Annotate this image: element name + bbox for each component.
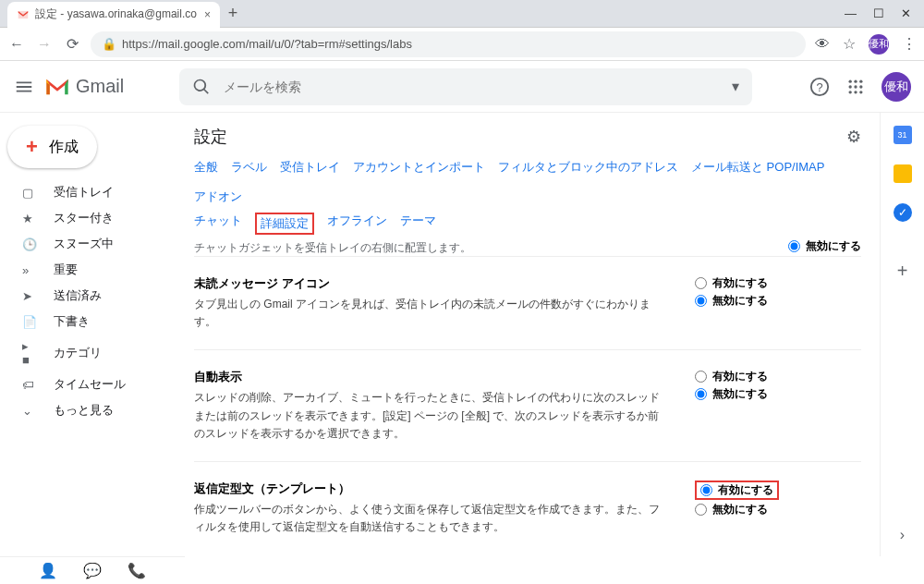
setting-title: 自動表示 <box>194 369 667 385</box>
draft-icon: 📄 <box>22 315 39 329</box>
radio-enable[interactable] <box>695 371 707 383</box>
window-minimize-icon[interactable]: — <box>845 6 857 20</box>
label-icon: 🏷 <box>22 378 39 392</box>
svg-point-9 <box>854 91 857 93</box>
window-close-icon[interactable]: ✕ <box>901 6 911 20</box>
forward-icon[interactable]: → <box>35 36 54 53</box>
sidebar-item-sent[interactable]: ➤送信済み <box>0 283 185 309</box>
chevron-down-icon: ⌄ <box>22 404 39 418</box>
gmail-logo-text: Gmail <box>76 76 124 97</box>
sidebar-item-more[interactable]: ⌄もっと見る <box>0 397 185 423</box>
setting-auto-advance: 自動表示 スレッドの削除、アーカイブ、ミュートを行ったときに、受信トレイの代わり… <box>194 349 861 461</box>
tab-addons[interactable]: アドオン <box>194 189 242 205</box>
browser-tab-bar: 設定 - yasawa.orinaka@gmail.co × + — ☐ ✕ <box>0 0 924 28</box>
svg-point-5 <box>849 85 852 88</box>
tab-inbox[interactable]: 受信トレイ <box>280 159 340 176</box>
tab-general[interactable]: 全般 <box>194 159 218 176</box>
clock-icon: 🕒 <box>22 237 39 251</box>
tab-filters[interactable]: フィルタとブロック中のアドレス <box>498 159 678 176</box>
menu-icon[interactable] <box>13 77 35 97</box>
sidebar-item-timesale[interactable]: 🏷タイムセール <box>0 371 185 397</box>
svg-text:?: ? <box>816 79 822 93</box>
search-box[interactable]: ▾ <box>179 68 752 105</box>
gmail-favicon <box>17 8 30 21</box>
svg-point-10 <box>859 91 862 93</box>
radio-disable[interactable] <box>695 295 707 307</box>
button-row: 変更を保存 キャンセル <box>194 554 861 556</box>
setting-desc: タブ見出しの Gmail アイコンを見れば、受信トレイ内の未読メールの件数がすぐ… <box>194 296 667 331</box>
url-input[interactable]: 🔒 https://mail.google.com/mail/u/0/?tab=… <box>91 31 806 57</box>
svg-point-6 <box>854 85 857 88</box>
search-input[interactable] <box>224 79 719 94</box>
browser-tab[interactable]: 設定 - yasawa.orinaka@gmail.co × <box>7 2 220 28</box>
inbox-icon: ▢ <box>22 186 39 200</box>
account-avatar[interactable]: 優和 <box>881 72 911 102</box>
tab-forwarding[interactable]: メール転送と POP/IMAP <box>691 159 824 176</box>
reload-icon[interactable]: ⟳ <box>63 35 81 53</box>
back-icon[interactable]: ← <box>7 36 26 53</box>
sidebar-item-inbox[interactable]: ▢受信トレイ <box>0 179 185 205</box>
new-tab-button[interactable]: + <box>220 1 246 27</box>
sidebar-item-drafts[interactable]: 📄下書き <box>0 309 185 335</box>
sidebar: + 作成 ▢受信トレイ ★スター付き 🕒スヌーズ中 »重要 ➤送信済み 📄下書き… <box>0 113 185 556</box>
eye-icon[interactable]: 👁 <box>815 36 830 53</box>
profile-avatar-small[interactable]: 優和 <box>869 34 889 55</box>
sidebar-item-starred[interactable]: ★スター付き <box>0 205 185 231</box>
setting-desc: 作成ツールバーのボタンから、よく使う文面を保存して返信定型文を作成できます。また… <box>194 501 667 536</box>
search-icon <box>192 78 211 96</box>
url-text: https://mail.google.com/mail/u/0/?tab=rm… <box>122 37 412 51</box>
setting-title: 返信定型文（テンプレート） <box>194 481 667 497</box>
tasks-icon[interactable]: ✓ <box>894 203 912 222</box>
star-icon[interactable]: ☆ <box>843 35 856 53</box>
settings-tabs-row2: チャット 詳細設定 オフライン テーマ <box>194 209 861 238</box>
plus-icon: + <box>26 135 38 159</box>
radio-enable[interactable] <box>695 277 707 289</box>
svg-point-3 <box>854 79 857 82</box>
help-icon[interactable]: ? <box>809 77 830 97</box>
keep-icon[interactable] <box>894 164 912 183</box>
important-icon: » <box>22 263 39 277</box>
compose-button[interactable]: + 作成 <box>7 126 97 168</box>
radio-disable-top[interactable] <box>788 240 800 252</box>
svg-point-4 <box>859 79 862 82</box>
sidebar-item-important[interactable]: »重要 <box>0 257 185 283</box>
browser-menu-icon[interactable]: ⋮ <box>902 35 917 53</box>
setting-canned-responses: 返信定型文（テンプレート） 作成ツールバーのボタンから、よく使う文面を保存して返… <box>194 461 861 554</box>
window-maximize-icon[interactable]: ☐ <box>873 6 884 20</box>
tab-close-icon[interactable]: × <box>204 8 211 21</box>
right-rail: 31 ✓ + › <box>880 113 924 556</box>
rail-collapse-icon[interactable]: › <box>900 527 905 543</box>
svg-point-2 <box>849 79 852 82</box>
radio-disable[interactable] <box>695 388 707 400</box>
search-dropdown-icon[interactable]: ▾ <box>732 78 739 95</box>
svg-point-8 <box>849 91 852 93</box>
radio-disable[interactable] <box>695 504 707 516</box>
star-icon: ★ <box>22 212 39 225</box>
tab-themes[interactable]: テーマ <box>400 213 436 235</box>
gmail-logo-icon <box>44 77 70 97</box>
radio-enable[interactable] <box>700 484 712 496</box>
tab-offline[interactable]: オフライン <box>327 213 387 235</box>
setting-unread-icon: 未読メッセージ アイコン タブ見出しの Gmail アイコンを見れば、受信トレイ… <box>194 256 861 349</box>
setting-title: 未読メッセージ アイコン <box>194 275 667 292</box>
tab-advanced[interactable]: 詳細設定 <box>255 213 314 235</box>
sidebar-item-categories[interactable]: ▸ ■カテゴリ <box>0 335 185 371</box>
tab-chat[interactable]: チャット <box>194 213 242 235</box>
lock-icon: 🔒 <box>102 37 116 51</box>
settings-title: 設定 <box>194 126 227 148</box>
category-icon: ▸ ■ <box>22 339 39 367</box>
settings-content: 設定 ⚙ 全般 ラベル 受信トレイ アカウントとインポート フィルタとブロック中… <box>185 113 880 556</box>
address-bar: ← → ⟳ 🔒 https://mail.google.com/mail/u/0… <box>0 28 924 61</box>
tab-accounts[interactable]: アカウントとインポート <box>353 159 485 176</box>
gmail-header: Gmail ▾ ? 優和 <box>0 61 924 113</box>
addons-plus-icon[interactable]: + <box>897 261 908 282</box>
apps-icon[interactable] <box>846 78 865 96</box>
tab-title: 設定 - yasawa.orinaka@gmail.co <box>35 6 199 22</box>
sidebar-item-snoozed[interactable]: 🕒スヌーズ中 <box>0 231 185 257</box>
tab-labels[interactable]: ラベル <box>231 159 267 176</box>
calendar-icon[interactable]: 31 <box>894 126 912 144</box>
setting-desc: スレッドの削除、アーカイブ、ミュートを行ったときに、受信トレイの代わりに次のスレ… <box>194 389 667 443</box>
gmail-logo[interactable]: Gmail <box>44 76 124 97</box>
gear-icon[interactable]: ⚙ <box>846 127 861 147</box>
compose-label: 作成 <box>49 138 79 157</box>
